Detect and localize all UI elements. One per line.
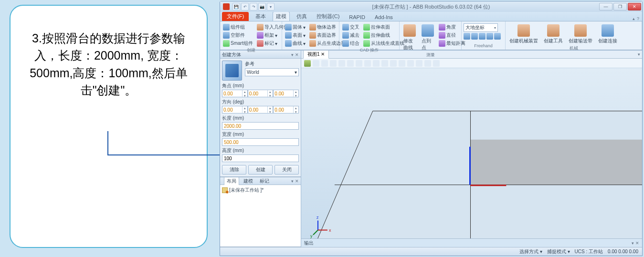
connection-icon	[602, 24, 614, 37]
reference-label: 参考	[245, 61, 299, 67]
callout-connector-h	[107, 154, 220, 155]
view-toolbar-icon[interactable]	[321, 60, 328, 67]
ribbon-smart-component[interactable]: Smart组件	[222, 40, 254, 47]
quick-access-toolbar: 💾 ↶ ↷ 📷 ▾	[232, 3, 274, 10]
close-panel-button[interactable]: 关闭	[274, 165, 299, 175]
intersect-icon	[342, 24, 349, 31]
svg-rect-1	[470, 140, 642, 185]
view-toolbar-icon[interactable]	[407, 60, 414, 67]
coord-system-combo[interactable]: 大地坐标▾	[464, 23, 498, 32]
freehand-multi-icon[interactable]	[486, 33, 493, 40]
smart-component-icon	[223, 40, 230, 47]
panel-close-icon[interactable]: ✕	[295, 52, 299, 57]
view-toolbar-icon[interactable]	[338, 60, 345, 67]
file-tab[interactable]: 文件(F)	[222, 12, 249, 21]
view-toolbar-icon[interactable]	[424, 60, 431, 67]
diameter-icon	[439, 32, 445, 39]
ribbon-extrude-surface[interactable]: 拉伸表面	[362, 23, 405, 31]
create-button[interactable]: 创建	[248, 165, 273, 175]
ribbon-create-mechanism[interactable]: 创建机械装置	[507, 23, 540, 45]
ribbon-group-solid: 固体▾ 表面▾ 曲线▾ 物体边界 表面边界 从点生成边界	[282, 21, 339, 50]
tab-simulation[interactable]: 仿真	[294, 12, 310, 21]
tab-modeling[interactable]: 建模	[273, 11, 290, 21]
ribbon-line-from-normal[interactable]: 从法线生成直线	[362, 40, 405, 47]
ribbon-solid[interactable]: 固体▾	[284, 23, 306, 31]
view-toolbar-icon[interactable]	[313, 60, 319, 67]
status-snap-mode[interactable]: 捕捉模式 ▾	[547, 248, 570, 255]
center-area: 视图1 ✕ ▾	[301, 51, 642, 247]
view-toolbar-icon[interactable]	[364, 60, 371, 67]
tab-modeling-tree[interactable]: 建模	[241, 177, 255, 185]
ribbon-subtract[interactable]: 减去	[341, 31, 360, 39]
help-icon[interactable]: ?	[637, 16, 639, 21]
orient-rz-input[interactable]: 0.00▴▾	[273, 106, 299, 113]
view-toolbar-icon[interactable]	[304, 60, 311, 67]
freehand-rotate-icon[interactable]	[471, 33, 478, 40]
ribbon-minimize-icon[interactable]: ▴	[633, 16, 635, 21]
view-toolbar-icon[interactable]	[347, 60, 354, 67]
view-pin-icon[interactable]: ▾	[638, 52, 640, 57]
app-icon	[223, 3, 230, 10]
reference-dropdown[interactable]: World▾	[245, 68, 299, 76]
status-select-mode[interactable]: 选择方式 ▾	[519, 248, 542, 255]
width-label: 宽度 (mm)	[222, 131, 299, 138]
height-input[interactable]: 100	[222, 154, 299, 162]
tab-controller[interactable]: 控制器(C)	[314, 12, 342, 21]
view-toolbar-icon[interactable]	[390, 60, 397, 67]
view-toolbar-icon[interactable]	[433, 60, 440, 67]
angle-icon	[439, 24, 445, 31]
ribbon-empty-part[interactable]: 空部件	[222, 31, 254, 39]
corner-x-input[interactable]: 0.00▴▾	[222, 90, 248, 97]
ribbon-curve[interactable]: 曲线▾	[284, 40, 306, 47]
ribbon-create-tool[interactable]: 创建工具	[542, 23, 565, 45]
freehand-jog-icon[interactable]	[494, 33, 501, 40]
layout-close-icon[interactable]: ✕	[295, 179, 299, 184]
close-button[interactable]: ✕	[628, 3, 641, 10]
tree-station-item[interactable]: [未保存工作站 ]*	[222, 187, 299, 194]
length-input[interactable]: 2000.00	[222, 122, 299, 130]
view-toolbar-icon[interactable]	[399, 60, 405, 67]
orient-rx-input[interactable]: 0.00▴▾	[222, 106, 248, 113]
tab-tags[interactable]: 标记	[257, 177, 272, 185]
corner-z-input[interactable]: 0.00▴▾	[273, 90, 299, 97]
minimize-button[interactable]: —	[599, 3, 612, 10]
view-toolbar-icon[interactable]	[373, 60, 380, 67]
ribbon-create-conveyor[interactable]: 创建输送带	[567, 23, 594, 45]
ribbon-extrude-curve[interactable]: 拉伸曲线	[362, 31, 405, 39]
qat-screenshot-icon[interactable]: 📷	[258, 3, 266, 10]
width-input[interactable]: 500.00	[222, 138, 299, 146]
qat-undo-icon[interactable]: ↶	[241, 3, 249, 10]
view-toolbar-icon[interactable]	[381, 60, 388, 67]
view-tab-1[interactable]: 视图1 ✕	[303, 50, 329, 59]
output-close-icon[interactable]: ✕	[635, 241, 639, 246]
ribbon-modify-curve[interactable]: 修改曲线	[401, 23, 418, 52]
view-toolbar-icon[interactable]	[356, 60, 362, 67]
corner-y-input[interactable]: 0.00▴▾	[248, 90, 274, 97]
qat-more-icon[interactable]: ▾	[267, 3, 274, 10]
panel-dropdown-icon[interactable]: ▾	[291, 52, 294, 57]
output-pin-icon[interactable]: ▾	[632, 241, 634, 246]
qat-save-icon[interactable]: 💾	[232, 3, 240, 10]
qat-redo-icon[interactable]: ↷	[250, 3, 257, 10]
maximize-button[interactable]: ❐	[613, 3, 627, 10]
ribbon-union[interactable]: 结合	[341, 40, 360, 47]
tab-rapid[interactable]: RAPID	[346, 13, 368, 21]
tab-addins[interactable]: Add-Ins	[372, 13, 396, 21]
3d-canvas[interactable]: z x y	[301, 68, 642, 238]
ribbon-create-connection[interactable]: 创建连接	[596, 23, 619, 45]
freehand-move-icon[interactable]	[464, 33, 470, 40]
view-toolbar-icon[interactable]	[416, 60, 422, 67]
ribbon-component-group[interactable]: 组件组	[222, 23, 254, 31]
ribbon-intersect[interactable]: 交叉	[341, 23, 360, 31]
output-title: 输出	[304, 240, 314, 247]
layout-pin-icon[interactable]: ▾	[291, 179, 294, 184]
orient-ry-input[interactable]: 0.00▴▾	[248, 106, 274, 113]
view-toolbar-icon[interactable]	[330, 60, 337, 67]
freehand-drag-icon[interactable]	[479, 33, 486, 40]
clear-button[interactable]: 清除	[222, 165, 246, 175]
instruction-text: 3.按照滑台的数据进行参数输入，长度：2000mm, 宽度：500mm,高度：1…	[21, 30, 196, 99]
tab-layout[interactable]: 布局	[224, 177, 239, 185]
tab-basic[interactable]: 基本	[253, 12, 269, 21]
ribbon-point-to-point[interactable]: 点到点	[420, 23, 436, 52]
ribbon-surface[interactable]: 表面▾	[284, 31, 306, 39]
